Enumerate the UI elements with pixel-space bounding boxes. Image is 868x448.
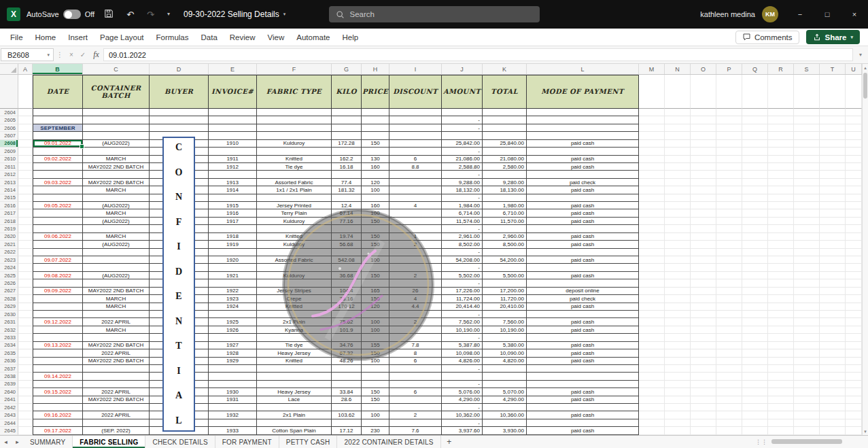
cell-I2606[interactable] (389, 124, 442, 132)
cell-K2632[interactable]: 10,190.00 (483, 326, 527, 334)
cell-N2637[interactable] (665, 365, 691, 373)
cell-C2622[interactable] (83, 249, 150, 256)
cell-M2613[interactable] (639, 179, 665, 186)
cell-R2636[interactable] (768, 358, 794, 365)
sheet-nav-left-icon[interactable]: ◂ (0, 436, 12, 448)
cell-S2621[interactable] (794, 241, 820, 248)
cell-O2629[interactable] (691, 303, 716, 311)
cell-C2625[interactable]: (AUG2022) (83, 272, 150, 279)
cell-N2625[interactable] (665, 272, 691, 279)
row-header-2614[interactable]: 2614 (0, 186, 18, 194)
cell-P2628[interactable] (716, 295, 742, 303)
cell-P2638[interactable] (716, 373, 742, 380)
cell-A2615[interactable] (18, 194, 33, 202)
cell-R2632[interactable] (768, 326, 794, 334)
cell-A2638[interactable] (18, 373, 33, 380)
cell-Q2627[interactable] (742, 288, 768, 295)
cell-Q2609[interactable] (742, 148, 768, 155)
cell-J2617[interactable]: 6,714.00 (442, 209, 483, 217)
cell-U2617[interactable] (846, 209, 862, 217)
cell-U2608[interactable] (846, 140, 862, 148)
maximize-button[interactable]: □ (814, 0, 841, 29)
cell-F2631[interactable]: 2x1 Plain (257, 318, 332, 326)
cell-C2626[interactable] (83, 279, 150, 287)
cell-C2623[interactable] (83, 256, 150, 264)
row-header-2625[interactable]: 2625 (0, 272, 18, 279)
row-header-2638[interactable]: 2638 (0, 373, 18, 380)
row-header-2628[interactable]: 2628 (0, 295, 18, 303)
cell-G2627[interactable]: 104.4 (332, 288, 362, 295)
cell-I2624[interactable] (389, 264, 442, 271)
cell-P2633[interactable] (716, 334, 742, 341)
cell-A2607[interactable] (18, 132, 33, 139)
table-header-mode-of-payment[interactable]: MODE OF PAYMENT (527, 75, 639, 109)
cell-P2607[interactable] (716, 132, 742, 139)
cell-K2610[interactable]: 21,080.00 (483, 156, 527, 163)
cell-F2638[interactable] (257, 373, 332, 380)
cell-L2606[interactable] (527, 124, 639, 132)
row-header-2636[interactable]: 2636 (0, 358, 18, 365)
band-cell-R[interactable] (768, 75, 794, 109)
cell-N2622[interactable] (665, 249, 691, 256)
cell-H2604[interactable] (362, 109, 389, 116)
cell-B2638[interactable]: 09.14.2022 (33, 373, 83, 380)
cell-F2616[interactable]: Jersey Printed (257, 202, 332, 209)
cell-K2634[interactable]: 5,380.00 (483, 342, 527, 349)
row-header-2623[interactable]: 2623 (0, 256, 18, 264)
cell-K2641[interactable]: 4,290.00 (483, 396, 527, 404)
cell-H2608[interactable]: 150 (362, 140, 389, 148)
cell-L2635[interactable]: paid cash (527, 349, 639, 357)
cell-N2638[interactable] (665, 373, 691, 380)
cell-K2633[interactable] (483, 334, 527, 341)
cell-C2629[interactable]: MARCH (83, 303, 150, 311)
cell-F2625[interactable]: Kulduroy (257, 272, 332, 279)
cell-P2621[interactable] (716, 241, 742, 248)
cell-R2625[interactable] (768, 272, 794, 279)
cell-L2626[interactable] (527, 279, 639, 287)
cell-J2624[interactable]: - (442, 264, 483, 271)
cell-B2613[interactable]: 09.03.2022 (33, 179, 83, 186)
cell-J2645[interactable]: 3,937.60 (442, 427, 483, 434)
undo-button[interactable]: ↶ (123, 9, 137, 20)
cell-L2605[interactable] (527, 116, 639, 124)
cell-B2641[interactable] (33, 396, 83, 404)
table-header-buyer[interactable]: BUYER (150, 75, 209, 109)
cell-E2611[interactable]: 1912 (209, 163, 257, 171)
cell-M2610[interactable] (639, 156, 665, 163)
cell-G2616[interactable]: 12.4 (332, 202, 362, 209)
cell-P2615[interactable] (716, 194, 742, 202)
cell-P2609[interactable] (716, 148, 742, 155)
cell-O2614[interactable] (691, 186, 716, 194)
cell-J2612[interactable]: - (442, 171, 483, 178)
cell-B2615[interactable] (33, 194, 83, 202)
cell-O2604[interactable] (691, 109, 716, 116)
cell-I2627[interactable]: 26 (389, 288, 442, 295)
cell-L2615[interactable] (527, 194, 639, 202)
cell-T2620[interactable] (820, 233, 846, 241)
cell-U2611[interactable] (846, 163, 862, 171)
cell-L2623[interactable]: paid cash (527, 256, 639, 264)
column-header-C[interactable]: C (83, 64, 150, 74)
cell-R2638[interactable] (768, 373, 794, 380)
row-header-2613[interactable]: 2613 (0, 179, 18, 186)
cell-T2608[interactable] (820, 140, 846, 148)
cell-C2645[interactable]: (SEP. 2022) (83, 427, 150, 434)
cell-A2642[interactable] (18, 404, 33, 411)
cell-C2618[interactable]: (AUG2022) (83, 218, 150, 225)
cell-F2637[interactable] (257, 365, 332, 373)
cell-O2640[interactable] (691, 388, 716, 396)
cell-U2616[interactable] (846, 202, 862, 209)
cell-R2619[interactable] (768, 225, 794, 232)
cell-A2637[interactable] (18, 365, 33, 373)
cell-J2638[interactable] (442, 373, 483, 380)
cell-J2628[interactable]: 11,724.00 (442, 295, 483, 303)
cell-F2615[interactable] (257, 194, 332, 202)
row-header-2622[interactable]: 2622 (0, 249, 18, 256)
name-box[interactable]: B2608 ▾ (1, 48, 54, 61)
cell-B2606[interactable]: SEPTEMBER (33, 124, 83, 132)
cell-B2632[interactable] (33, 326, 83, 334)
cell-T2625[interactable] (820, 272, 846, 279)
row-header-2630[interactable]: 2630 (0, 311, 18, 318)
cell-F2619[interactable] (257, 225, 332, 232)
cell-F2636[interactable]: Knitted (257, 358, 332, 365)
